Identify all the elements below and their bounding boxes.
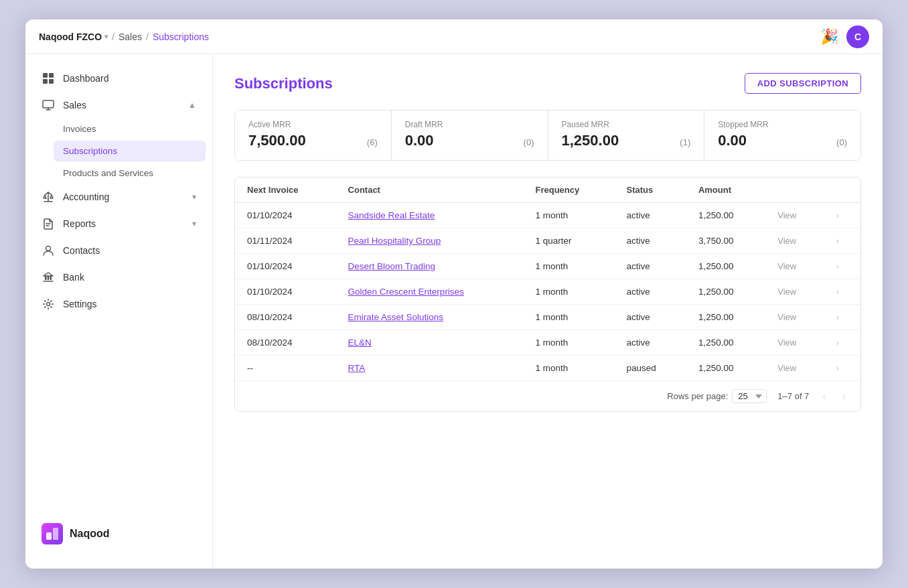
grid-icon xyxy=(42,72,55,85)
mrr-card-3[interactable]: Stopped MRR 0.00 (0) xyxy=(704,111,860,160)
page-title: Subscriptions xyxy=(234,75,333,92)
cell-status-5: active xyxy=(615,330,686,356)
sidebar-item-accounting[interactable]: Accounting ▾ xyxy=(25,183,212,210)
breadcrumb-sales[interactable]: Sales xyxy=(119,31,142,42)
svg-rect-11 xyxy=(53,528,58,540)
breadcrumb: Naqood FZCO ▾ / Sales / Subscriptions xyxy=(39,31,209,42)
col-amount: Amount xyxy=(686,177,765,203)
cell-status-3: active xyxy=(615,279,686,305)
naqood-logo-icon xyxy=(42,523,63,544)
add-subscription-button[interactable]: ADD SUBSCRIPTION xyxy=(745,73,861,94)
cell-contact-3[interactable]: Golden Crescent Enterprises xyxy=(336,279,524,305)
mrr-card-2[interactable]: Paused MRR 1,250.00 (1) xyxy=(548,111,705,160)
mrr-row: Active MRR 7,500.00 (6) Draft MRR 0.00 (… xyxy=(234,110,861,161)
cell-chevron-0[interactable]: › xyxy=(823,203,860,228)
sidebar-item-settings[interactable]: Settings xyxy=(25,291,212,317)
sidebar-contacts-label: Contacts xyxy=(63,245,100,256)
cell-chevron-6[interactable]: › xyxy=(823,356,860,381)
svg-rect-10 xyxy=(46,532,52,540)
mrr-label-2: Paused MRR xyxy=(562,120,691,129)
sidebar-settings-label: Settings xyxy=(63,299,97,309)
cell-status-1: active xyxy=(615,228,686,254)
sidebar-item-contacts[interactable]: Contacts xyxy=(25,237,212,264)
invoices-label: Invoices xyxy=(63,124,96,134)
cell-chevron-2[interactable]: › xyxy=(823,254,860,279)
cell-date-6: -- xyxy=(235,356,336,381)
cell-amount-5: 1,250.00 xyxy=(686,330,765,356)
table-row: 08/10/2024 EL&N 1 month active 1,250.00 … xyxy=(235,330,860,356)
cell-view-1[interactable]: View xyxy=(765,228,823,254)
cell-date-4: 08/10/2024 xyxy=(235,305,336,330)
cell-chevron-1[interactable]: › xyxy=(823,228,860,254)
svg-rect-8 xyxy=(50,276,52,280)
cell-date-5: 08/10/2024 xyxy=(235,330,336,356)
sidebar-item-subscriptions[interactable]: Subscriptions xyxy=(54,141,206,161)
cell-contact-1[interactable]: Pearl Hospitality Group xyxy=(336,228,524,254)
mrr-card-0[interactable]: Active MRR 7,500.00 (6) xyxy=(235,111,392,160)
cell-freq-6: 1 month xyxy=(523,356,614,381)
mrr-count-0: (6) xyxy=(367,137,378,147)
sidebar-item-bank[interactable]: Bank xyxy=(25,264,212,291)
cell-view-6[interactable]: View xyxy=(765,356,823,381)
sidebar-item-invoices[interactable]: Invoices xyxy=(25,119,212,139)
cell-contact-4[interactable]: Emirate Asset Solutions xyxy=(336,305,524,330)
cell-date-1: 01/11/2024 xyxy=(235,228,336,254)
subscriptions-table-container: Next Invoice Contact Frequency Status Am… xyxy=(234,177,861,412)
products-label: Products and Services xyxy=(63,168,153,178)
sidebar-dashboard-label: Dashboard xyxy=(63,73,109,84)
monitor-icon xyxy=(42,98,55,112)
svg-point-9 xyxy=(47,303,50,306)
cell-view-2[interactable]: View xyxy=(765,254,823,279)
cell-amount-6: 1,250.00 xyxy=(686,356,765,381)
sidebar-accounting-label: Accounting xyxy=(63,192,109,202)
sidebar-item-sales[interactable]: Sales ▲ xyxy=(25,92,212,119)
cell-view-0[interactable]: View xyxy=(765,203,823,228)
cell-freq-1: 1 quarter xyxy=(523,228,614,254)
mrr-value-1: 0.00 xyxy=(405,132,434,149)
sidebar-item-reports[interactable]: Reports ▾ xyxy=(25,210,212,237)
cell-view-3[interactable]: View xyxy=(765,279,823,305)
mrr-label-0: Active MRR xyxy=(248,120,378,129)
col-status: Status xyxy=(615,177,686,203)
col-next-invoice: Next Invoice xyxy=(235,177,336,203)
subscriptions-label: Subscriptions xyxy=(63,146,117,156)
footer-brand-label: Naqood xyxy=(70,528,110,540)
cell-chevron-3[interactable]: › xyxy=(823,279,860,305)
sidebar-item-dashboard[interactable]: Dashboard xyxy=(25,65,212,92)
cell-contact-5[interactable]: EL&N xyxy=(336,330,524,356)
cell-amount-4: 1,250.00 xyxy=(686,305,765,330)
cell-contact-2[interactable]: Desert Bloom Trading xyxy=(336,254,524,279)
mrr-value-2: 1,250.00 xyxy=(562,132,619,149)
mrr-count-3: (0) xyxy=(836,137,847,147)
subscriptions-table: Next Invoice Contact Frequency Status Am… xyxy=(235,177,860,380)
rows-per-page-select[interactable]: 25 50 100 xyxy=(732,389,767,403)
mrr-value-0: 7,500.00 xyxy=(248,132,306,149)
user-avatar[interactable]: C xyxy=(846,25,869,48)
mrr-card-1[interactable]: Draft MRR 0.00 (0) xyxy=(392,111,548,160)
breadcrumb-sep1: / xyxy=(112,31,115,42)
prev-page-button[interactable]: ‹ xyxy=(820,390,828,403)
col-view xyxy=(765,177,823,203)
company-dropdown-icon[interactable]: ▾ xyxy=(104,33,108,40)
cell-freq-4: 1 month xyxy=(523,305,614,330)
col-chevron xyxy=(823,177,860,203)
next-page-button[interactable]: › xyxy=(840,390,848,403)
cell-chevron-4[interactable]: › xyxy=(823,305,860,330)
cell-view-4[interactable]: View xyxy=(765,305,823,330)
main-content: Subscriptions ADD SUBSCRIPTION Active MR… xyxy=(213,54,883,569)
cell-freq-5: 1 month xyxy=(523,330,614,356)
content-header: Subscriptions ADD SUBSCRIPTION xyxy=(234,73,861,94)
sidebar-item-products[interactable]: Products and Services xyxy=(25,163,212,183)
mrr-label-1: Draft MRR xyxy=(405,120,534,129)
file-icon xyxy=(42,217,55,230)
cell-chevron-5[interactable]: › xyxy=(823,330,860,356)
cell-contact-0[interactable]: Sandside Real Estate xyxy=(336,203,524,228)
col-frequency: Frequency xyxy=(523,177,614,203)
table-row: 01/10/2024 Desert Bloom Trading 1 month … xyxy=(235,254,860,279)
company-name[interactable]: Naqood FZCO ▾ xyxy=(39,31,108,42)
cell-contact-6[interactable]: RTA xyxy=(336,356,524,381)
bank-icon xyxy=(42,271,55,284)
top-bar: Naqood FZCO ▾ / Sales / Subscriptions 🎉 … xyxy=(25,19,883,54)
cell-view-5[interactable]: View xyxy=(765,330,823,356)
company-label: Naqood FZCO xyxy=(39,31,102,42)
